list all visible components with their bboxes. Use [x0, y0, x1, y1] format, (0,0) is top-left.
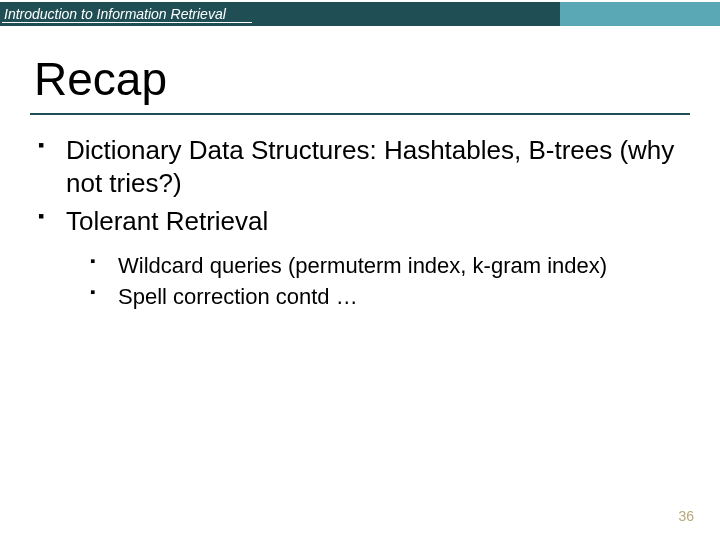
list-item: Wildcard queries (permuterm index, k-gra…	[90, 250, 678, 282]
list-item-label: Tolerant Retrieval	[66, 206, 268, 236]
content-area: Dictionary Data Structures: Hashtables, …	[38, 134, 678, 319]
sub-bullet-list: Wildcard queries (permuterm index, k-gra…	[66, 250, 678, 314]
list-item: Tolerant Retrieval Wildcard queries (per…	[38, 205, 678, 313]
bullet-list: Dictionary Data Structures: Hashtables, …	[38, 134, 678, 313]
header-bar-right	[560, 2, 720, 26]
page-number: 36	[678, 508, 694, 524]
header-bar: Introduction to Information Retrieval	[0, 2, 720, 26]
list-item: Spell correction contd …	[90, 281, 678, 313]
title-rule	[30, 113, 690, 115]
list-item: Dictionary Data Structures: Hashtables, …	[38, 134, 678, 199]
header-underline	[2, 22, 252, 23]
page-title: Recap	[34, 52, 167, 106]
